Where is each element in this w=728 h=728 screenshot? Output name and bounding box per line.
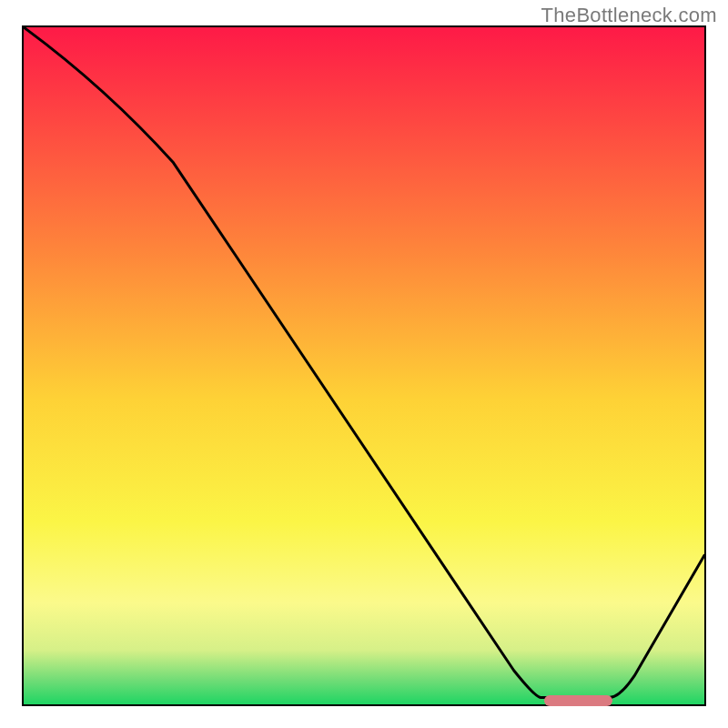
watermark-text: TheBottleneck.com <box>541 4 717 27</box>
chart-container: TheBottleneck.com <box>0 0 728 728</box>
optimal-range-marker <box>544 695 612 706</box>
plot-area <box>22 25 706 706</box>
gradient-background <box>24 27 704 704</box>
chart-svg <box>24 27 704 704</box>
